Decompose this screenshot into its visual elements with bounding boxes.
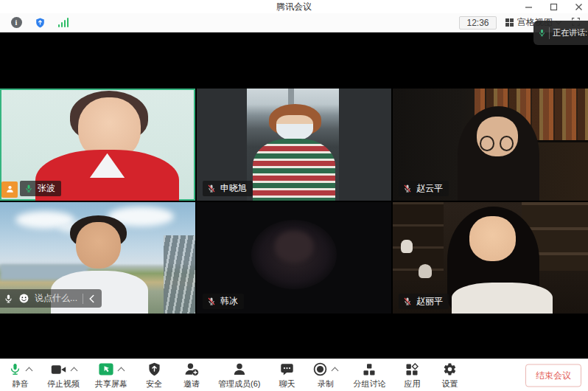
- manage-members-button[interactable]: 管理成员(6): [218, 361, 260, 390]
- video-tile-zhaoyunping[interactable]: 赵云平: [393, 89, 588, 201]
- video-options-caret[interactable]: [70, 367, 77, 374]
- apps-grid-icon: [405, 363, 419, 376]
- participant-name: 赵云平: [416, 182, 443, 195]
- window-controls: [523, 0, 584, 13]
- collapse-chevron-icon[interactable]: [88, 294, 95, 303]
- stop-video-button[interactable]: 停止视频: [47, 361, 80, 390]
- mute-options-caret[interactable]: [26, 367, 33, 374]
- quick-chat-bar[interactable]: 说点什么...: [0, 289, 102, 308]
- video-tile-zhangbo[interactable]: 张波: [0, 89, 195, 201]
- meeting-window: 腾讯会议 i 12:36 宫: [0, 0, 588, 391]
- share-screen-button[interactable]: 共享屏幕: [95, 361, 127, 390]
- mute-button[interactable]: 静音: [9, 361, 32, 390]
- breakout-squares-icon: [363, 363, 376, 376]
- chat-input[interactable]: 说点什么...: [35, 292, 77, 305]
- share-screen-icon: [99, 363, 113, 376]
- shield-icon: [148, 362, 161, 376]
- person-icon: [233, 362, 246, 376]
- divider: [83, 294, 83, 304]
- apps-button[interactable]: 应用: [401, 361, 423, 390]
- camera-icon: [51, 364, 66, 376]
- bottom-toolbar: 静音 停止视频 共享屏幕: [0, 359, 588, 391]
- top-toolbar: i 12:36 宫格视图: [0, 13, 588, 32]
- video-stage: 张波 申晓旭: [0, 32, 588, 359]
- record-options-caret[interactable]: [332, 367, 339, 374]
- invite-button[interactable]: 邀请: [181, 361, 203, 390]
- participant-name-tag: 张波: [20, 181, 61, 196]
- participant-name: 张波: [38, 182, 55, 195]
- video-tile-zhaoliping[interactable]: 赵丽平: [393, 202, 588, 314]
- mic-muted-icon: [206, 297, 217, 307]
- video-tile-self[interactable]: 说点什么...: [0, 202, 195, 314]
- hand-raised-badge: [1, 181, 18, 198]
- video-grid: 张波 申晓旭: [0, 89, 588, 314]
- security-button[interactable]: 安全: [143, 361, 165, 390]
- maximize-icon[interactable]: [548, 1, 559, 12]
- speaking-mic-icon: [538, 28, 546, 38]
- microphone-icon: [9, 362, 21, 376]
- record-button[interactable]: 录制: [313, 361, 337, 390]
- settings-button[interactable]: 设置: [438, 361, 461, 390]
- meeting-info-icon[interactable]: i: [10, 17, 22, 29]
- protection-shield-icon[interactable]: [34, 17, 46, 29]
- chat-button[interactable]: 聊天: [276, 361, 298, 390]
- participant-name-tag: 赵丽平: [399, 294, 449, 309]
- participant-name-tag: 韩冰: [203, 294, 244, 309]
- end-meeting-button[interactable]: 结束会议: [525, 364, 581, 387]
- breakout-rooms-button[interactable]: 分组讨论: [353, 361, 385, 390]
- mic-muted-icon: [402, 183, 413, 193]
- close-icon[interactable]: [573, 1, 584, 12]
- speaking-label: 正在讲话:: [553, 27, 587, 38]
- mic-muted-icon: [402, 297, 413, 307]
- invite-person-icon: [184, 362, 199, 376]
- participant-name: 赵丽平: [416, 295, 443, 308]
- voice-input-icon[interactable]: [4, 294, 13, 304]
- mic-on-icon: [24, 183, 34, 193]
- video-tile-shenxiaoxu[interactable]: 申晓旭: [197, 89, 392, 201]
- mic-muted-icon: [206, 183, 217, 193]
- participant-name: 申晓旭: [220, 182, 247, 195]
- network-signal-icon[interactable]: [57, 18, 69, 27]
- gear-icon: [443, 362, 457, 376]
- chat-bubble-icon: [280, 363, 294, 376]
- share-options-caret[interactable]: [118, 367, 125, 374]
- status-icons: i: [7, 17, 69, 29]
- grid-view-icon: [505, 18, 514, 27]
- active-speaker-panel: 正在讲话:: [533, 21, 588, 45]
- participant-name-tag: 申晓旭: [203, 181, 253, 196]
- participant-name: 韩冰: [220, 295, 238, 308]
- minimize-icon[interactable]: [523, 1, 533, 12]
- meeting-timer: 12:36: [459, 16, 496, 30]
- participant-name-tag: 赵云平: [399, 181, 449, 196]
- divider: [549, 27, 550, 39]
- title-bar: 腾讯会议: [0, 0, 588, 13]
- window-title: 腾讯会议: [276, 1, 312, 13]
- video-tile-hanbing[interactable]: 韩冰: [197, 202, 392, 314]
- emoji-icon[interactable]: [18, 293, 29, 304]
- record-circle-icon: [313, 362, 327, 376]
